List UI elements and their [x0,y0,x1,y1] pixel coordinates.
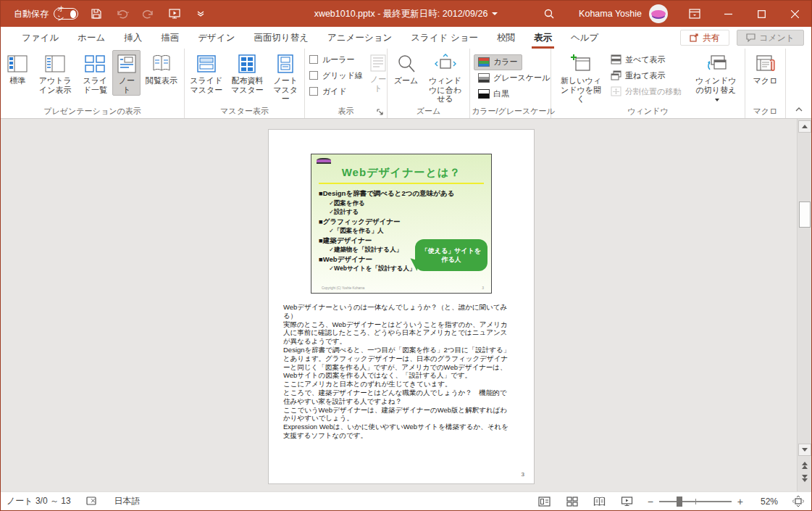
tab-draw[interactable]: 描画 [151,27,188,49]
handout-master-label: 配布資料マスター [230,76,266,94]
cascade-button[interactable]: 重ねて表示 [606,67,685,83]
tab-help[interactable]: ヘルプ [561,27,608,49]
next-slide-button[interactable] [799,473,811,483]
macro-button[interactable]: マクロ [749,50,782,87]
scroll-down-button[interactable] [798,444,811,456]
fit-slide-to-window-icon[interactable] [791,495,805,508]
title-bar: 自動保存 オン xweb1010.pptx [1,1,811,27]
gridlines-checkbox[interactable]: グリッド線 [309,67,363,83]
search-icon[interactable] [532,1,566,27]
tab-design[interactable]: デザイン [188,27,244,49]
arrange-all-icon [611,54,621,65]
maximize-button[interactable] [745,1,778,27]
avatar[interactable] [649,4,668,23]
scroll-up-arrow-icon [802,125,808,128]
fit-to-window-button[interactable]: ウィンドウに合わせる [423,50,468,105]
vertical-scrollbar[interactable] [797,119,811,491]
customize-qat-chevron-icon[interactable] [193,6,209,22]
group-zoom: ズーム ウィンドウに合わせる ズーム [388,49,470,118]
statusbar-reading-view-icon[interactable] [593,495,607,508]
outline-view-icon [44,54,66,74]
tab-home[interactable]: ホーム [68,27,114,49]
status-bar: ノート 3/0 ～ 13 日本語 − [1,491,811,510]
zoom-button[interactable]: ズーム [390,50,423,87]
scrollbar-thumb[interactable] [799,202,811,228]
slide-master-button[interactable]: スライドマスター [186,50,227,96]
handout-master-icon [236,54,258,74]
tab-view[interactable]: 表示 [524,27,561,49]
accessibility-check-icon[interactable] [85,495,100,508]
black-and-white-button[interactable]: 白黒 [474,86,514,102]
color-icon [478,57,490,67]
arrange-all-button[interactable]: 並べて表示 [606,51,685,67]
powerpoint-window: 自動保存 オン xweb1010.pptx [0,0,812,511]
tab-slideshow[interactable]: スライド ショー [401,27,487,49]
start-slideshow-icon[interactable] [167,6,183,22]
new-window-icon [570,54,592,74]
outline-view-button[interactable]: アウトライン表示 [33,50,78,96]
tab-insert[interactable]: 挿入 [114,27,151,49]
slide-bullet: ■グラフィックデザイナー [311,217,491,227]
tab-transitions[interactable]: 画面切り替え [244,27,318,49]
share-button[interactable]: 共有 [680,30,729,46]
normal-view-button[interactable]: 標準 [2,50,33,87]
group-macro: マクロ マクロ [745,49,786,118]
tab-review[interactable]: 校閲 [487,27,524,49]
zoom-out-button[interactable]: − [648,497,653,507]
notes-view-button[interactable]: ノート [112,50,141,96]
slide-master-label: スライドマスター [189,76,224,94]
slide-callout-bubble: 「使える」サイトを 作る人 [415,239,487,271]
ribbon-display-options-icon[interactable] [678,1,711,27]
handout-master-button[interactable]: 配布資料マスター [227,50,269,96]
notes-page: Webデザイナーとは？ ■Designを辞書で調べると2つの意味がある ✓図案を… [268,129,535,484]
user-name[interactable]: Kohama Yoshie [579,9,642,19]
language-indicator[interactable]: 日本語 [114,495,141,507]
ruler-checkbox[interactable]: ルーラー [309,51,363,67]
grayscale-button[interactable]: グレースケール [474,70,554,86]
move-split-button-disabled: 分割位置の移動 [606,83,685,99]
window-title: xweb1010.pptx - 最終更新日時: 2012/09/26 [314,9,488,19]
move-split-icon [611,86,621,96]
switch-windows-button[interactable]: ウィンドウの切り替え [690,50,742,105]
collapse-ribbon-chevron-icon[interactable] [792,104,805,115]
arrange-all-label: 並べて表示 [625,54,666,65]
statusbar-slideshow-icon[interactable] [620,495,635,508]
slide-bullet: ■Designを辞書で調べると2つの意味がある [311,188,491,199]
tab-animations[interactable]: アニメーション [318,27,401,49]
notes-view-icon [116,54,138,74]
minimize-button[interactable] [711,1,745,27]
guides-checkbox[interactable]: ガイド [309,83,363,99]
notes-counter[interactable]: ノート 3/0 ～ 13 [7,495,71,507]
autosave-toggle[interactable]: オン [54,8,78,20]
previous-slide-button[interactable] [799,460,811,470]
black-and-white-label: 白黒 [493,88,509,99]
group-label-zoom: ズーム [389,106,468,118]
cascade-label: 重ねて表示 [625,70,666,81]
new-window-button[interactable]: 新しいウィンドウを開く [556,50,606,105]
zoom-in-button[interactable]: + [737,497,743,507]
switch-windows-label: ウィンドウの切り替え [692,76,739,104]
close-button[interactable] [778,1,811,27]
save-icon[interactable] [88,6,104,22]
show-dialog-launcher-icon[interactable] [375,107,385,117]
statusbar-slide-sorter-icon[interactable] [565,495,579,508]
slide-thumbnail[interactable]: Webデザイナーとは？ ■Designを辞書で調べると2つの意味がある ✓図案を… [311,154,492,294]
zoom-slider-thumb[interactable] [677,497,682,507]
notes-master-button[interactable]: ノートマスター [268,50,303,105]
zoom-percentage[interactable]: 52% [756,497,778,507]
group-master-views: スライドマスター 配布資料マスター ノートマスター マスター表示 [185,49,305,118]
zoom-slider[interactable] [659,497,732,507]
comments-button[interactable]: コメント [737,30,804,46]
slide-bullet: ✓図案を作る [311,199,491,208]
notes-text-area[interactable]: Webデザイナーというのは一体なんでしょうか？（と、誰かに聞いてみる） 実際のと… [283,303,511,440]
slide-sorter-button[interactable]: スライド一覧 [78,50,112,96]
color-button[interactable]: カラー [474,54,522,70]
gridlines-checkbox-box [309,71,318,80]
autosave-control[interactable]: 自動保存 オン [14,8,78,20]
statusbar-normal-view-icon[interactable] [537,495,552,508]
scroll-up-button[interactable] [798,120,811,133]
reading-view-button[interactable]: 閲覧表示 [141,50,183,87]
tab-file[interactable]: ファイル [12,27,68,49]
slide-logo [317,158,331,164]
color-label: カラー [493,57,518,67]
